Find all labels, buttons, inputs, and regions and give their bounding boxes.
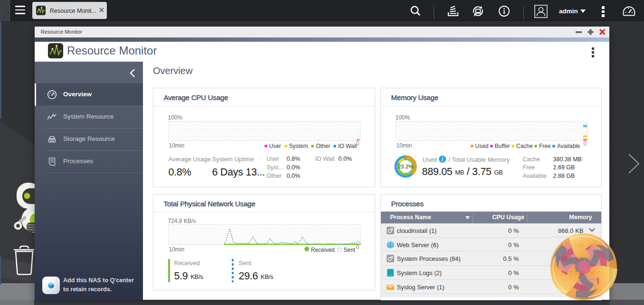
svg-text:23.2%: 23.2% (398, 164, 413, 169)
svg-text:LOG: LOG (388, 274, 391, 276)
